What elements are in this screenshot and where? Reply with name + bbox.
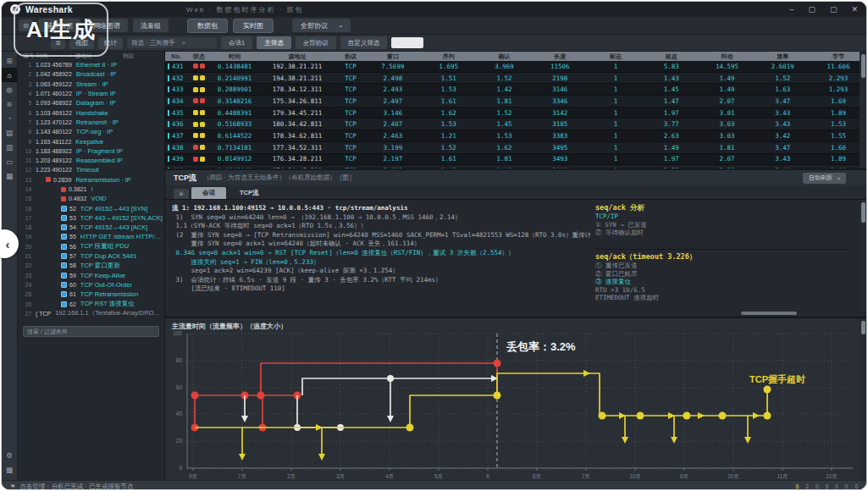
quick-filter-input[interactable]: [391, 37, 423, 48]
grid-menu-icon[interactable]: ⊞: [19, 19, 33, 31]
table-scrollbar[interactable]: [860, 52, 866, 168]
list-menu-icon[interactable]: ≣: [51, 37, 65, 49]
x-tick-label: 3月: [336, 473, 345, 480]
tree-row[interactable]: 2258TCP 窗口更新: [18, 261, 164, 270]
chart-point-timeout-yellow[interactable]: [764, 412, 771, 420]
minimize-button[interactable]: –: [789, 5, 793, 14]
grid-icon[interactable]: ⊞: [2, 53, 17, 68]
panel-4-icon[interactable]: ▦: [2, 168, 17, 183]
chart-point-retransmit-red[interactable]: [257, 392, 265, 400]
chart-point-retransmit-red[interactable]: [191, 392, 199, 400]
panel-2-icon[interactable]: ▥: [2, 140, 17, 154]
tree-row[interactable]: 111.203 489122Reassembled IP: [18, 156, 164, 165]
chart-point-timeout-yellow[interactable]: [764, 386, 771, 394]
filter-chip-main[interactable]: 主筛选: [257, 36, 291, 49]
filter-input[interactable]: 筛选 · 三向握手 ⌕: [127, 37, 217, 48]
settings-icon[interactable]: ⚙: [2, 448, 17, 462]
panel-3-icon[interactable]: ▭: [2, 154, 17, 168]
tree-search-input[interactable]: [23, 326, 159, 337]
tree-row[interactable]: 1955HTTP GET /stream HTTP/1.1: [18, 232, 164, 241]
filter-chip-all-protocols[interactable]: 全部协议: [296, 36, 336, 49]
tree-row-number: 25: [19, 291, 31, 297]
protocol-dropdown[interactable]: 全部协议 ▾: [292, 19, 351, 32]
chart-scrollbar-thumb[interactable]: [861, 321, 865, 334]
table-row[interactable]: 4400.9146441174.34.45.311TCP2.6181.431.4…: [165, 165, 866, 168]
tree-row[interactable]: 130.2839Retransmission · IP: [18, 175, 164, 185]
restore-button[interactable]: ▢: [808, 5, 815, 14]
layers-icon[interactable]: ≋: [2, 97, 17, 111]
packet-value: 1: [588, 167, 644, 168]
tree-row[interactable]: 41.071 460122IP · Stream IP: [18, 89, 164, 98]
chart-point-timeout-yellow[interactable]: [637, 412, 644, 420]
tcp-horizontal-scrollbar[interactable]: [172, 312, 856, 316]
chart-point-timeout-yellow[interactable]: [494, 392, 501, 400]
chart-point-timeout-yellow[interactable]: [719, 412, 727, 420]
packet-protocol: TCP: [336, 155, 365, 163]
flow-group-button[interactable]: 流量组: [133, 19, 169, 32]
chart-point-normal-white[interactable]: [387, 375, 394, 382]
tree-row[interactable]: 140.3821!: [18, 185, 164, 194]
tcp-horizontal-thumb[interactable]: [741, 312, 797, 315]
tree-row[interactable]: 121.223 490122Timeout: [18, 165, 164, 174]
tree-row[interactable]: 81.143 480122TCP-seg · IP: [18, 127, 164, 136]
table-row[interactable]: 4370.6144522178.34.62.811TCP2.4631.211.5…: [165, 130, 866, 142]
table-row[interactable]: 4350.4488391179.34.45.211TCP3.1461.621.5…: [165, 108, 866, 119]
tab-tcp-stream[interactable]: TCP流: [229, 187, 270, 199]
compass-icon[interactable]: ◔: [2, 111, 17, 125]
table-row[interactable]: 4380.7134181177.34.52.311TCP3.1991.521.6…: [165, 142, 866, 154]
table-row[interactable]: 4340.3140216175.34.26.811TCP2.4971.611.8…: [165, 96, 866, 108]
tree-row[interactable]: 2561TCP Retransmission: [18, 290, 164, 299]
capture-data-button[interactable]: 捕获数据: [38, 19, 80, 32]
tab-session[interactable]: 会话: [191, 187, 226, 199]
tree-row[interactable]: 2056TCP 段重组 PDU: [18, 242, 164, 251]
table-row[interactable]: 4390.8149912176.34.28.211TCP2.1971.611.8…: [165, 154, 866, 166]
tree-row[interactable]: 150.4832VOID: [18, 194, 164, 203]
tree-row[interactable]: 61.103 469122Handshake: [18, 108, 164, 117]
tree-row[interactable]: 2662TCP RST 连接复位: [18, 299, 164, 308]
maximize-button[interactable]: ▢: [830, 5, 838, 14]
chart-point-timeout-yellow[interactable]: [406, 424, 414, 432]
view-button[interactable]: 视图: [69, 37, 94, 49]
close-button[interactable]: ✕: [851, 5, 858, 14]
packets-view-button[interactable]: 数据包: [187, 19, 228, 33]
tree-row[interactable]: 1753TCP 443→49152 [SYN,ACK]: [18, 213, 164, 223]
filter-chip-custom[interactable]: 自定义筛选: [340, 36, 388, 49]
tree-row[interactable]: 51.093 468922Datagram · IP: [18, 98, 164, 108]
auto-refresh-button[interactable]: 自动刷新 ▾: [803, 173, 846, 184]
globe-icon[interactable]: ◍: [2, 82, 17, 97]
list-view-tab[interactable]: ≣: [174, 189, 189, 199]
tree-row[interactable]: 2359TCP Keep-Alive: [18, 271, 164, 280]
tree-row[interactable]: 91.163 481122Keepalive: [18, 136, 164, 146]
tree-row[interactable]: 2460TCP Out-Of-Order: [18, 280, 164, 290]
tree-row[interactable]: 1652TCP 49152→443 [SYN]: [18, 203, 164, 212]
filter-chip-session[interactable]: 会话1: [221, 36, 252, 49]
home-icon[interactable]: ⌂: [2, 68, 17, 82]
realtime-graph-button[interactable]: 实时图: [233, 19, 274, 33]
tcp-scrollbar[interactable]: [860, 200, 866, 310]
network-map-button[interactable]: 网络图谱: [86, 19, 128, 32]
tree-row[interactable]: 11.023 456789Ethernet II · IP: [18, 60, 164, 69]
panel-1-icon[interactable]: ▤: [2, 125, 17, 140]
table-scrollbar-thumb[interactable]: [861, 54, 865, 78]
table-row[interactable]: 4310.1438481192.38.21.211TCP7.56991.6953…: [165, 61, 866, 73]
tree-row[interactable]: 27( TCP192.168.1.1（Tentative-Array/DROP）: [18, 309, 164, 318]
tree-row[interactable]: 31.063 459122Stream · IP: [18, 80, 164, 89]
table-row[interactable]: 4320.2140991194.38.21.211TCP2.4981.511.5…: [165, 73, 866, 85]
stats-button[interactable]: 统计: [98, 37, 123, 49]
packet-value: 1.47: [644, 97, 699, 105]
chart-point-timeout-yellow[interactable]: [683, 412, 691, 420]
chart-point-retransmit-red[interactable]: [494, 360, 501, 367]
chart-point-timeout-yellow[interactable]: [599, 412, 606, 420]
tree-row[interactable]: 2157TCP Dup ACK 54#1: [18, 251, 164, 261]
tree-row[interactable]: 71.123 470122Retransmit · IP: [18, 118, 164, 127]
tree-row[interactable]: 101.183 488922IP · Fragment IP: [18, 146, 164, 156]
apps-icon[interactable]: ▩: [2, 462, 17, 477]
tree-row[interactable]: 21.042 458922Broadcast · IP: [18, 69, 164, 79]
tcp-scrollbar-thumb[interactable]: [861, 202, 865, 223]
table-row[interactable]: 4360.5168933180.34.42.811TCP2.4071.531.4…: [165, 119, 866, 130]
tree-row[interactable]: 1854TCP 49152→443 [ACK]: [18, 223, 164, 232]
table-row[interactable]: 4330.2889901178.34.12.311TCP2.4931.531.4…: [165, 84, 866, 96]
warning-dot-icon: [200, 75, 205, 80]
chart-scrollbar[interactable]: [860, 318, 866, 480]
window-controls: – ▢ ▢ ✕: [789, 5, 858, 14]
